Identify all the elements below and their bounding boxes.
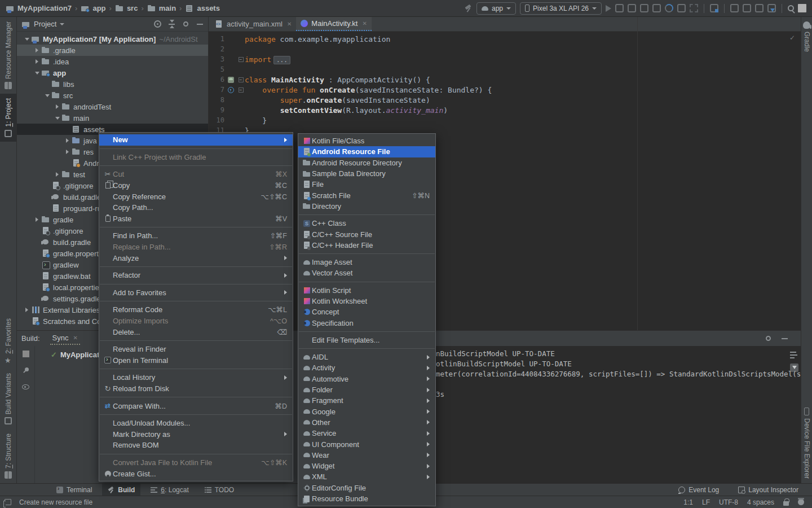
- tree-item-main[interactable]: main: [17, 112, 208, 124]
- tree-item-idea[interactable]: .idea: [17, 56, 208, 67]
- menu-item-reload-from-disk[interactable]: ↻Reload from Disk: [99, 383, 293, 395]
- menu-item-c-c-header-file[interactable]: C/C++ Header File: [298, 240, 435, 251]
- menu-item-refactor[interactable]: Refactor: [99, 270, 293, 281]
- menu-item-concept[interactable]: Concept: [298, 306, 435, 317]
- toolwindow-tab-event-log[interactable]: Event Log: [673, 484, 725, 496]
- stop-all-icon[interactable]: [798, 4, 806, 12]
- tool-window-switcher-icon[interactable]: [5, 499, 11, 505]
- menu-item-mark-directory-as[interactable]: Mark Directory as: [99, 428, 293, 440]
- pin-icon[interactable]: [23, 367, 29, 374]
- menu-item-find-in-path[interactable]: Find in Path...⇧⌘F: [99, 230, 293, 242]
- build-console[interactable]: nBuildScriptModel UP-TO-DATEotlinBuildSc…: [398, 346, 801, 483]
- tool-stripe-device-file-explorer[interactable]: Device File Explorer: [801, 403, 812, 483]
- menu-item-specification[interactable]: Specification: [298, 317, 435, 328]
- menu-item-kotlin-worksheet[interactable]: Kotlin Worksheet: [298, 296, 435, 306]
- menu-item-scratch-file[interactable]: Scratch File⇧⌘N: [298, 190, 435, 200]
- tree-item-androidtest[interactable]: androidTest: [17, 101, 208, 112]
- breadcrumb-item-assets[interactable]: assets: [185, 4, 219, 12]
- toolwindow-tab-terminal[interactable]: Terminal: [51, 484, 98, 496]
- menu-item-ui-component[interactable]: UI Component: [298, 439, 435, 449]
- menu-item-cut[interactable]: ✂Cut⌘X: [99, 169, 293, 180]
- stop-icon[interactable]: [23, 351, 29, 357]
- hector-inspections-icon[interactable]: [798, 499, 804, 505]
- tree-item-myapplication7-my-application[interactable]: MyApplication7 [My Application]~/Android…: [17, 33, 208, 45]
- tree-item-libs[interactable]: libs: [17, 78, 208, 90]
- menu-item-vector-asset[interactable]: Vector Asset: [298, 268, 435, 278]
- menu-item-convert-java-file-to-kotlin-file[interactable]: Convert Java File to Kotlin File⌥⇧⌘K: [99, 457, 293, 468]
- avd-manager-icon[interactable]: [730, 4, 739, 12]
- tab-activity-main-xml[interactable]: activity_main.xml✕: [210, 17, 296, 31]
- toolwindow-tab-layout-inspector[interactable]: Layout Inspector: [732, 484, 804, 496]
- tool-stripe-gradle[interactable]: Gradle: [801, 17, 812, 56]
- menu-item-c-c-source-file[interactable]: C/C++ Source File: [298, 229, 435, 239]
- menu-item-link-c-project-with-gradle[interactable]: Link C++ Project with Gradle: [99, 152, 293, 163]
- menu-item-local-history[interactable]: Local History: [99, 372, 293, 383]
- hide-panel-button[interactable]: [196, 20, 204, 28]
- menu-item-delete[interactable]: Delete...⌫: [99, 326, 293, 338]
- locate-file-button[interactable]: [154, 20, 161, 28]
- tool-stripe-build-variants[interactable]: Build Variants: [0, 369, 16, 429]
- menu-item-other[interactable]: Other: [298, 417, 435, 428]
- gear-icon[interactable]: [766, 336, 771, 341]
- build-sync-tab[interactable]: Sync ✕: [50, 332, 80, 345]
- menu-item-reveal-in-finder[interactable]: Reveal in Finder: [99, 344, 293, 355]
- connect-device-icon[interactable]: [755, 4, 764, 12]
- menu-item-copy-reference[interactable]: Copy Reference⌥⇧⌘C: [99, 191, 293, 202]
- apply-changes-icon[interactable]: [615, 4, 624, 12]
- stop-icon[interactable]: [690, 4, 698, 12]
- menu-item-xml[interactable]: XML: [298, 471, 435, 482]
- sdk-manager-icon[interactable]: [743, 4, 751, 12]
- hide-panel-button[interactable]: [781, 335, 788, 342]
- search-everywhere-icon[interactable]: [788, 5, 794, 11]
- attach-debugger-icon[interactable]: [652, 4, 661, 12]
- breadcrumb-item-main[interactable]: main: [147, 4, 176, 12]
- menu-item-activity[interactable]: Activity: [298, 362, 435, 373]
- menu-item-widget[interactable]: Widget: [298, 461, 435, 471]
- lock-icon[interactable]: [783, 501, 789, 506]
- menu-item-folder[interactable]: Folder: [298, 384, 435, 395]
- tool-stripe-resource-manager[interactable]: Resource Manager: [0, 17, 16, 94]
- tree-item-gradle[interactable]: .gradle: [17, 45, 208, 56]
- menu-item-image-asset[interactable]: Image Asset: [298, 257, 435, 268]
- menu-item-fragment[interactable]: Fragment: [298, 395, 435, 406]
- status-segment-1-1[interactable]: 1:1: [683, 498, 693, 506]
- menu-item-reformat-code[interactable]: Reformat Code⌥⌘L: [99, 304, 293, 316]
- menu-item-sample-data-directory[interactable]: Sample Data Directory: [298, 168, 435, 179]
- filter-icon[interactable]: [22, 384, 29, 389]
- collapse-all-button[interactable]: [168, 20, 175, 28]
- device-select[interactable]: Pixel 3a XL API 26: [520, 2, 602, 15]
- menu-item-google[interactable]: Google: [298, 406, 435, 417]
- menu-item-copy[interactable]: Copy⌘C: [99, 180, 293, 191]
- capture-layout-icon[interactable]: [710, 4, 718, 12]
- menu-item-add-to-favorites[interactable]: Add to Favorites: [99, 287, 293, 299]
- breadcrumb-item-app[interactable]: app: [81, 4, 105, 12]
- menu-item-kotlin-script[interactable]: Kotlin Script: [298, 285, 435, 296]
- close-icon[interactable]: ✕: [73, 335, 77, 341]
- status-segment-utf-8[interactable]: UTF-8: [719, 498, 738, 506]
- soft-wrap-icon[interactable]: [790, 351, 798, 359]
- menu-item-load-unload-modules[interactable]: Load/Unload Modules...: [99, 418, 293, 429]
- breadcrumb-item-myapplication7[interactable]: MyApplication7: [6, 4, 72, 12]
- menu-item-edit-file-templates[interactable]: Edit File Templates...: [298, 335, 435, 345]
- menu-item-open-in-terminal[interactable]: Open in Terminal: [99, 355, 293, 366]
- menu-item-optimize-imports[interactable]: Optimize Imports^⌥O: [99, 316, 293, 327]
- tool-stripe-1-project[interactable]: 1: Project: [0, 94, 16, 142]
- debug-icon[interactable]: [640, 4, 648, 12]
- status-segment-4-spaces[interactable]: 4 spaces: [747, 498, 774, 506]
- code-area[interactable]: 1package com.example.myapplication23−imp…: [209, 32, 801, 135]
- close-icon[interactable]: ✕: [362, 20, 367, 27]
- status-segment-lf[interactable]: LF: [702, 498, 710, 506]
- menu-item-android-resource-directory[interactable]: Android Resource Directory: [298, 157, 435, 168]
- menu-item-copy-path[interactable]: Copy Path...: [99, 202, 293, 213]
- menu-item-service[interactable]: Service: [298, 428, 435, 439]
- hammer-icon[interactable]: [464, 4, 473, 12]
- menu-item-automotive[interactable]: Automotive: [298, 374, 435, 384]
- profiler-icon[interactable]: [665, 4, 673, 12]
- chevron-down-icon[interactable]: [60, 23, 64, 25]
- tree-item-app[interactable]: app: [17, 67, 208, 78]
- menu-item-c-class[interactable]: SC++ Class: [298, 218, 435, 229]
- tree-item-src[interactable]: src: [17, 90, 208, 101]
- breadcrumb-item-src[interactable]: src: [115, 4, 138, 12]
- tool-stripe-2-favorites[interactable]: 2: Favorites★: [0, 314, 16, 369]
- toolwindow-tab-6-logcat[interactable]: 6: Logcat: [145, 484, 194, 496]
